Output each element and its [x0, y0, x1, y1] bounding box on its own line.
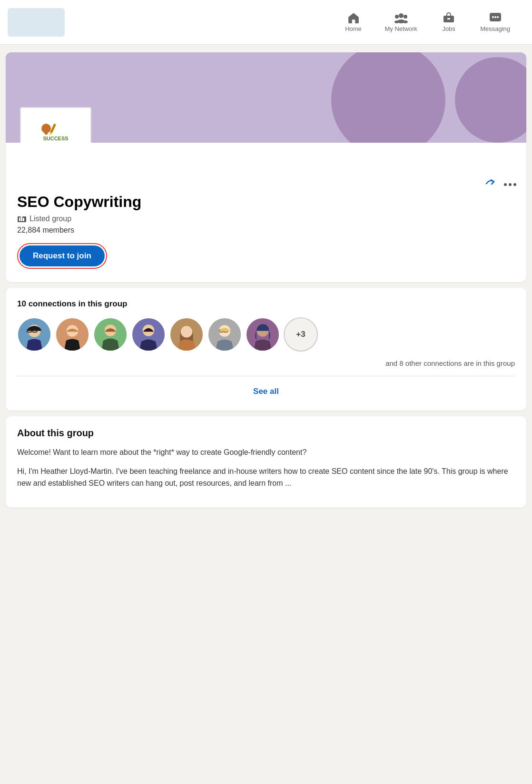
banner-circle-large	[331, 52, 445, 143]
profile-actions	[6, 171, 526, 189]
connections-sub-text: and 8 other connections are in this grou…	[17, 359, 515, 367]
nav-item-messaging[interactable]: Messaging	[480, 12, 510, 32]
svg-point-4	[394, 20, 399, 23]
request-to-join-button[interactable]: Request to join	[20, 245, 105, 266]
svg-point-36	[181, 326, 193, 338]
group-name: SEO Copywriting	[17, 193, 515, 211]
request-btn-wrapper: Request to join	[17, 243, 107, 269]
about-title: About this group	[17, 428, 515, 439]
home-icon	[347, 12, 360, 23]
connections-title: 10 connections in this group	[17, 299, 515, 309]
group-banner: SUCCESS WORKS	[6, 52, 526, 143]
svg-point-17	[504, 183, 507, 186]
group-type-label: Listed group	[30, 215, 71, 223]
nav-items: Home My Network	[339, 12, 525, 32]
connection-avatar-7[interactable]	[246, 317, 280, 352]
svg-rect-23	[23, 218, 24, 221]
svg-rect-7	[447, 18, 450, 20]
svg-point-19	[513, 183, 516, 186]
nav-home-label: Home	[345, 25, 362, 32]
svg-point-11	[497, 16, 499, 18]
share-button[interactable]	[484, 177, 496, 189]
svg-rect-22	[21, 216, 22, 221]
network-icon	[394, 12, 408, 23]
nav-item-home[interactable]: Home	[339, 12, 368, 32]
avatars-row: +3	[17, 317, 515, 352]
about-paragraph-2: Hi, I'm Heather Lloyd-Martin. I've been …	[17, 465, 515, 490]
svg-rect-15	[50, 124, 56, 133]
nav-messaging-label: Messaging	[480, 25, 510, 32]
svg-point-2	[404, 15, 407, 19]
about-paragraph-1: Welcome! Want to learn more about the *r…	[17, 446, 515, 459]
svg-rect-21	[19, 217, 20, 221]
connections-more-count[interactable]: +3	[284, 317, 318, 352]
nav-item-my-network[interactable]: My Network	[385, 12, 418, 32]
svg-text:SUCCESS: SUCCESS	[43, 136, 68, 141]
nav-network-label: My Network	[385, 25, 418, 32]
banner-circle-small	[455, 57, 526, 143]
connections-divider	[17, 376, 515, 376]
group-info: SEO Copywriting Listed group 22,884 memb…	[6, 189, 526, 282]
connection-avatar-1[interactable]	[17, 317, 51, 352]
nav-item-jobs[interactable]: Jobs	[434, 12, 463, 32]
group-type: Listed group	[17, 215, 515, 223]
connections-card: 10 connections in this group	[6, 288, 526, 411]
logo-placeholder	[8, 8, 65, 37]
group-profile-card: SUCCESS WORKS	[6, 52, 526, 282]
connection-avatar-5[interactable]	[169, 317, 204, 352]
messaging-icon	[489, 12, 502, 23]
svg-point-1	[395, 15, 399, 19]
svg-point-9	[492, 16, 494, 18]
connection-avatar-4[interactable]	[131, 317, 166, 352]
more-options-button[interactable]	[503, 177, 517, 189]
svg-point-10	[494, 16, 496, 18]
main-content: SUCCESS WORKS	[0, 45, 532, 515]
svg-point-5	[403, 20, 408, 23]
group-members: 22,884 members	[17, 226, 515, 235]
see-all-button[interactable]: See all	[17, 384, 515, 399]
about-card: About this group Welcome! Want to learn …	[6, 416, 526, 508]
connection-avatar-6[interactable]	[207, 317, 242, 352]
jobs-icon	[442, 12, 455, 23]
svg-point-18	[509, 183, 512, 186]
svg-point-0	[399, 13, 404, 18]
group-logo: SUCCESS WORKS	[20, 107, 91, 143]
nav-jobs-label: Jobs	[442, 25, 455, 32]
top-navigation: Home My Network	[0, 0, 532, 45]
connection-avatar-3[interactable]	[93, 317, 128, 352]
connection-avatar-2[interactable]	[55, 317, 89, 352]
